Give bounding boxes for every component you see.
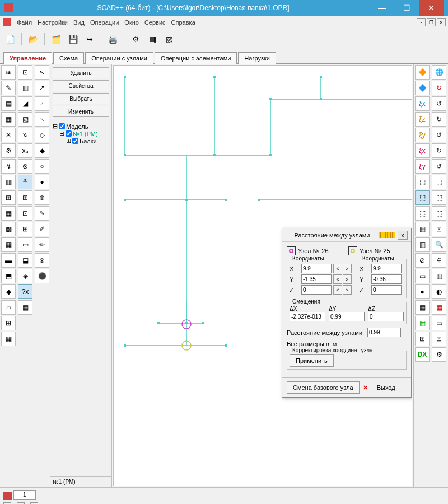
tree-check[interactable]: [72, 138, 78, 144]
change-base-button[interactable]: Смена базового узла: [287, 381, 360, 394]
dy-input[interactable]: [329, 312, 365, 321]
sheet-tab[interactable]: 1: [13, 490, 36, 500]
close-button[interactable]: ✕: [419, 0, 444, 16]
view-icon[interactable]: ▭: [415, 269, 430, 283]
view-icon[interactable]: 🔷: [415, 81, 430, 95]
tool-icon[interactable]: ▦: [18, 300, 32, 315]
menu-settings[interactable]: Настройки: [38, 19, 68, 26]
arrow-icon[interactable]: ↺: [432, 159, 446, 174]
tool-icon[interactable]: ▩: [1, 222, 16, 236]
mdi-minimize-button[interactable]: -: [417, 18, 426, 26]
openfolder-icon[interactable]: 🗂️: [49, 32, 63, 46]
tool-icon[interactable]: ⊞: [18, 190, 32, 205]
tool-icon[interactable]: ◈: [18, 269, 32, 283]
tool-icon[interactable]: ⬒: [1, 269, 16, 283]
copy-left-button[interactable]: <: [333, 274, 342, 284]
tool-icon[interactable]: ▦: [1, 332, 16, 346]
tool-icon[interactable]: ▦: [1, 206, 16, 221]
tree-select-button[interactable]: Выбрать: [53, 93, 109, 104]
axis-icon[interactable]: ξx: [415, 143, 430, 158]
view-icon[interactable]: ⊞: [415, 332, 430, 346]
tool-icon[interactable]: ✕: [1, 128, 16, 142]
view-icon[interactable]: ⊡: [432, 332, 446, 346]
tool-icon[interactable]: ≛: [18, 175, 32, 189]
arrow-icon[interactable]: ↻: [432, 143, 446, 158]
tree-delete-button[interactable]: Удалить: [53, 67, 109, 78]
arrow-icon[interactable]: ↺: [432, 96, 446, 111]
tool-icon[interactable]: xᵢ: [18, 128, 32, 142]
menu-view[interactable]: Вид: [73, 19, 85, 26]
tree-root[interactable]: Модель: [66, 123, 88, 130]
cursor-icon[interactable]: ↗: [35, 81, 49, 95]
cursor-icon[interactable]: ⚫: [35, 269, 49, 283]
tool-icon[interactable]: ▦: [1, 112, 16, 127]
tool-icon[interactable]: ↯: [1, 159, 16, 174]
tab-node-ops[interactable]: Операции с узлами: [85, 52, 153, 64]
view-icon[interactable]: ⊡: [432, 222, 446, 236]
tree-check[interactable]: [66, 130, 72, 137]
view-icon[interactable]: 🔶: [415, 65, 430, 80]
maximize-button[interactable]: ☐: [394, 0, 419, 16]
tool-icon[interactable]: ◆: [1, 284, 16, 299]
cursor-icon[interactable]: ◇: [35, 128, 49, 142]
cursor-icon[interactable]: ✏: [35, 237, 49, 252]
axis-icon[interactable]: ξx: [415, 96, 430, 111]
view-icon[interactable]: ▥: [432, 269, 446, 283]
view-icon[interactable]: ▦: [432, 300, 446, 315]
save-icon[interactable]: 💾: [66, 32, 80, 46]
view-icon[interactable]: ⚙: [432, 347, 446, 362]
tab-schema[interactable]: Схема: [53, 52, 84, 64]
tool-icon[interactable]: ▬: [1, 253, 16, 268]
menu-operations[interactable]: Операции: [90, 19, 119, 26]
cursor-icon[interactable]: ⊗: [35, 253, 49, 268]
a-z-input[interactable]: [301, 285, 332, 295]
axis-icon[interactable]: ξz: [415, 112, 430, 127]
tool-icon[interactable]: ✎: [1, 81, 16, 95]
minimize-button[interactable]: —: [370, 0, 394, 16]
copy-left-button[interactable]: <: [333, 264, 342, 273]
cursor-icon[interactable]: ✎: [35, 206, 49, 221]
zoom-icon[interactable]: 🔍: [432, 237, 446, 252]
clear-icon[interactable]: ▨: [162, 32, 176, 46]
tool-icon[interactable]: xₐ: [18, 143, 32, 158]
tab-manage[interactable]: Управление: [3, 52, 52, 64]
dx-button[interactable]: DX: [415, 347, 430, 362]
mdi-restore-button[interactable]: ❐: [427, 18, 436, 26]
view-icon[interactable]: ▦: [415, 222, 430, 236]
cursor-icon[interactable]: ⟍: [35, 112, 49, 127]
b-y-input[interactable]: [371, 274, 402, 284]
view-icon[interactable]: ⊘: [415, 253, 430, 268]
model-tree[interactable]: ⊟Модель ⊟№1 (РМ) ⊞Балки: [50, 120, 111, 476]
tree-props-button[interactable]: Свойства: [53, 80, 109, 91]
tool-icon[interactable]: ▥: [18, 81, 32, 95]
tab-loads[interactable]: Нагрузки: [238, 52, 276, 64]
tool-icon[interactable]: ⊡: [18, 206, 32, 221]
b-z-input[interactable]: [371, 285, 402, 295]
view-icon[interactable]: ▭: [432, 316, 446, 330]
cursor-icon[interactable]: ◆: [35, 143, 49, 158]
tool-icon[interactable]: ▥: [1, 175, 16, 189]
tool-icon[interactable]: ◢: [18, 96, 32, 111]
cursor-icon[interactable]: ✐: [35, 222, 49, 236]
arrow-icon[interactable]: ↻: [432, 81, 446, 95]
tool-icon[interactable]: ▧: [18, 112, 32, 127]
open-icon[interactable]: 📂: [26, 32, 40, 46]
copy-right-button[interactable]: >: [343, 264, 352, 273]
tool-icon[interactable]: ⊡: [18, 65, 32, 80]
tool-icon[interactable]: ≋: [1, 65, 16, 80]
tool-icon[interactable]: ?x: [18, 284, 32, 299]
settings-icon[interactable]: ⚙: [129, 32, 142, 46]
tool-icon[interactable]: ⚙: [1, 143, 16, 158]
menu-help[interactable]: Справка: [171, 19, 195, 26]
tree-child1[interactable]: №1 (РМ): [73, 130, 98, 137]
print-icon[interactable]: 🖨: [432, 253, 446, 268]
cursor-icon[interactable]: ○: [35, 159, 49, 174]
cursor-icon[interactable]: ●: [35, 175, 49, 189]
arrow-icon[interactable]: ↻: [432, 112, 446, 127]
new-icon[interactable]: 📄: [3, 32, 17, 46]
tree-child2[interactable]: Балки: [80, 138, 97, 144]
copy-right-button[interactable]: >: [343, 285, 352, 295]
mdi-close-button[interactable]: ×: [437, 18, 446, 26]
apply-button[interactable]: Применить: [290, 354, 334, 367]
cursor-icon[interactable]: ⟋: [35, 96, 49, 111]
